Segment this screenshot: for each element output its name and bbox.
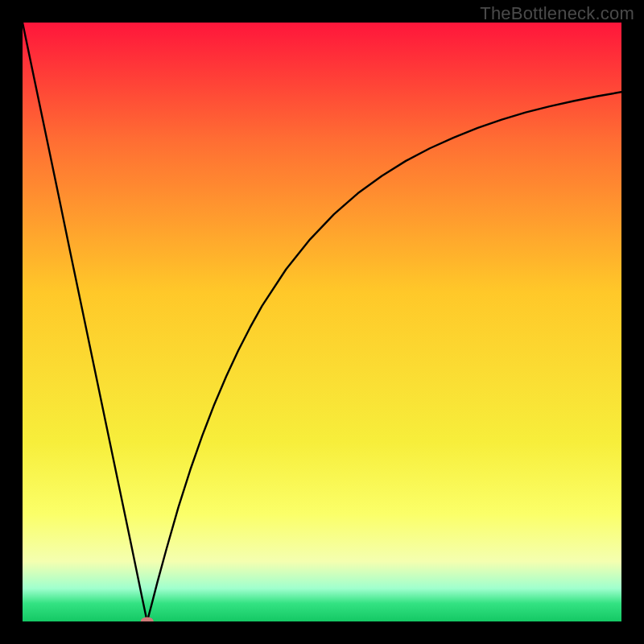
chart-plot-area — [23, 23, 621, 621]
gradient-background — [23, 23, 621, 621]
bottleneck-chart-svg — [23, 23, 621, 621]
watermark-text: TheBottleneck.com — [480, 3, 634, 24]
